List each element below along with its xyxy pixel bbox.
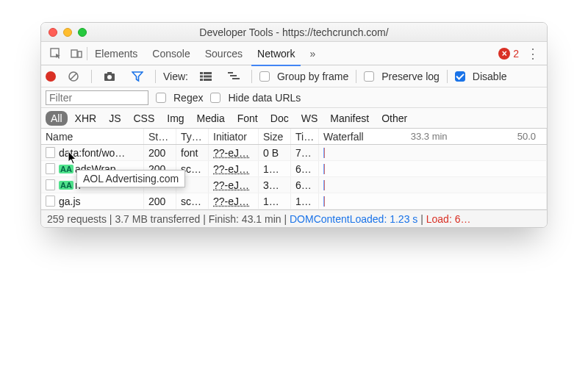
- more-tabs[interactable]: »: [302, 42, 323, 65]
- tab-sources[interactable]: Sources: [198, 42, 250, 65]
- filter-other[interactable]: Other: [376, 111, 412, 126]
- row-name: data:font/wo…: [59, 147, 125, 159]
- waterfall-bar: [323, 196, 325, 207]
- row-time: 1…: [291, 193, 319, 209]
- row-initiator[interactable]: ??-eJ…: [213, 147, 249, 159]
- separator: [356, 70, 356, 83]
- type-filters: All XHR JS CSS Img Media Font Doc WS Man…: [41, 108, 547, 129]
- separator: [91, 70, 92, 83]
- file-icon: [46, 179, 55, 190]
- preserve-log-label: Preserve log: [381, 71, 440, 82]
- filter-all[interactable]: All: [46, 111, 68, 126]
- traffic-lights: [49, 28, 87, 37]
- tracker-tooltip: AOL Advertising.com: [76, 170, 185, 187]
- filter-font[interactable]: Font: [232, 111, 263, 126]
- devtools-window: Developer Tools - https://techcrunch.com…: [40, 22, 548, 228]
- separator: [447, 70, 448, 83]
- filter-manifest[interactable]: Manifest: [325, 111, 374, 126]
- col-type[interactable]: Ty…: [176, 129, 209, 144]
- filter-ws[interactable]: WS: [296, 111, 323, 126]
- axis-tick: 50.0: [517, 131, 536, 142]
- disable-cache-checkbox[interactable]: [455, 71, 465, 82]
- svg-rect-9: [204, 72, 212, 74]
- table-row[interactable]: ga.js 200 sc… ??-eJ… 1… 1…: [41, 193, 547, 209]
- tracker-badge: AA: [59, 181, 74, 190]
- error-count[interactable]: 2: [513, 48, 519, 60]
- col-time[interactable]: Ti…: [291, 129, 319, 144]
- zoom-window-button[interactable]: [78, 28, 87, 37]
- titlebar: Developer Tools - https://techcrunch.com…: [41, 23, 547, 42]
- waterfall-bar: [323, 180, 325, 190]
- svg-point-7: [107, 75, 112, 79]
- filter-xhr[interactable]: XHR: [70, 111, 102, 126]
- status-transferred: 3.7 MB transferred: [115, 213, 200, 225]
- svg-rect-13: [204, 79, 212, 81]
- settings-menu-icon[interactable]: ⋮: [519, 46, 547, 62]
- error-icon[interactable]: ×: [498, 48, 510, 60]
- regex-checkbox[interactable]: [156, 93, 166, 103]
- filter-row: Regex Hide data URLs: [41, 87, 547, 108]
- filter-input[interactable]: [46, 90, 148, 105]
- row-size: 0 B: [259, 145, 291, 160]
- row-initiator[interactable]: ??-eJ…: [213, 163, 249, 175]
- svg-rect-10: [200, 75, 203, 77]
- filter-css[interactable]: CSS: [128, 111, 159, 126]
- status-bar: 259 requests | 3.7 MB transferred | Fini…: [41, 209, 547, 227]
- svg-rect-1: [71, 50, 77, 57]
- filter-icon[interactable]: [127, 66, 148, 87]
- waterfall-bar: [323, 164, 325, 174]
- clear-button[interactable]: [63, 66, 84, 87]
- row-initiator[interactable]: ??-eJ…: [213, 179, 249, 191]
- svg-rect-6: [107, 72, 112, 74]
- row-type: font: [176, 145, 209, 160]
- minimize-window-button[interactable]: [63, 28, 72, 37]
- svg-rect-16: [232, 78, 240, 79]
- col-waterfall[interactable]: Waterfall . 33.3 min 50.0: [319, 129, 547, 144]
- tab-network[interactable]: Network: [250, 42, 302, 65]
- file-icon: [46, 147, 55, 158]
- separator: [155, 70, 156, 83]
- col-size[interactable]: Size: [259, 129, 291, 144]
- network-toolbar: View: Group by frame Preserve log Disabl…: [41, 65, 547, 87]
- filter-doc[interactable]: Doc: [265, 111, 294, 126]
- filter-img[interactable]: Img: [162, 111, 189, 126]
- file-icon: [46, 163, 55, 174]
- tab-elements[interactable]: Elements: [87, 42, 145, 65]
- large-rows-icon[interactable]: [196, 66, 216, 87]
- row-name: ga.js: [59, 196, 81, 207]
- status-requests: 259 requests: [47, 213, 107, 225]
- filter-media[interactable]: Media: [192, 111, 230, 126]
- group-by-frame-checkbox[interactable]: [259, 71, 270, 82]
- waterfall-bar: [323, 148, 325, 158]
- col-name[interactable]: Name: [41, 129, 144, 144]
- status-domcontentloaded: DOMContentLoaded: 1.23 s: [290, 213, 417, 225]
- svg-rect-12: [200, 79, 203, 81]
- row-initiator[interactable]: ??-eJ…: [213, 196, 249, 207]
- capture-screenshot-icon[interactable]: [99, 66, 120, 87]
- col-initiator[interactable]: Initiator: [209, 129, 259, 144]
- device-toolbar-icon[interactable]: [66, 43, 87, 64]
- table-header: Name St… Ty… Initiator Size Ti… Waterfal…: [41, 129, 547, 145]
- record-button[interactable]: [46, 71, 56, 82]
- group-by-frame-label: Group by frame: [277, 71, 348, 82]
- row-time: 6…: [291, 177, 319, 193]
- hide-data-urls-checkbox[interactable]: [210, 93, 220, 103]
- status-finish: Finish: 43.1 min: [209, 213, 282, 225]
- separator: [251, 70, 252, 83]
- close-window-button[interactable]: [49, 28, 57, 37]
- disable-cache-label: Disable: [473, 71, 507, 82]
- row-time: 7…: [291, 145, 319, 160]
- row-size: 1…: [259, 193, 291, 209]
- row-size: 3…: [259, 177, 291, 193]
- view-label: View:: [163, 71, 188, 82]
- table-row[interactable]: data:font/wo… 200 font ??-eJ… 0 B 7…: [41, 145, 547, 161]
- status-load: Load: 6…: [426, 213, 471, 225]
- preserve-log-checkbox[interactable]: [364, 71, 374, 82]
- tab-console[interactable]: Console: [145, 42, 197, 65]
- panel-tabs: Elements Console Sources Network » × 2 ⋮: [41, 42, 547, 65]
- col-status[interactable]: St…: [144, 129, 176, 144]
- filter-js[interactable]: JS: [104, 111, 126, 126]
- svg-rect-14: [228, 72, 233, 74]
- inspect-element-icon[interactable]: [46, 43, 66, 64]
- waterfall-view-icon[interactable]: [223, 66, 244, 87]
